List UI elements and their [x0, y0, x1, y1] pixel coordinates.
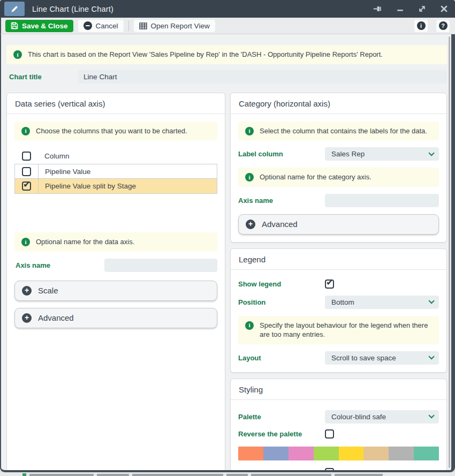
background-fragment	[335, 474, 383, 476]
scale-expander[interactable]: + Scale	[14, 281, 217, 301]
info-circle-icon: i	[245, 127, 254, 135]
background-fragment	[251, 474, 331, 476]
info-icon: i	[417, 21, 426, 30]
help-button[interactable]: ?	[436, 20, 450, 32]
palette-swatch	[238, 447, 263, 460]
table-row[interactable]: Pipeline Value split by Stage	[14, 179, 217, 194]
plus-icon: +	[246, 220, 255, 229]
vertical-lines-checkbox[interactable]	[325, 468, 334, 472]
legend-info-text: Specify the layout behaviour for the leg…	[260, 321, 432, 339]
info-circle-icon: i	[13, 50, 22, 59]
chart-editor-dialog: Line Chart (Line Chart)	[0, 0, 455, 476]
info-button[interactable]: i	[414, 20, 428, 32]
select-all-checkbox[interactable]	[22, 152, 31, 161]
legend-layout-select[interactable]: Scroll to save space	[325, 351, 439, 365]
styling-title: Styling	[231, 379, 446, 400]
plus-icon: +	[22, 286, 32, 296]
reverse-palette-checkbox[interactable]	[325, 429, 334, 439]
background-fragment	[29, 474, 94, 476]
save-close-button[interactable]: Save & Close	[5, 20, 73, 32]
axis-name-label: Axis name	[238, 197, 325, 205]
toolbar-separator	[128, 21, 129, 31]
table-grid-icon	[139, 22, 147, 29]
legend-position-select[interactable]: Bottom	[325, 296, 439, 309]
legend-title: Legend	[231, 249, 446, 270]
category-advanced-expander[interactable]: + Advanced	[238, 214, 439, 235]
category-info: i Select the column that contains the la…	[238, 122, 439, 141]
body-scrollbar[interactable]	[449, 36, 451, 468]
chevron-down-icon	[428, 353, 434, 359]
axis-name-label: Axis name	[14, 261, 104, 269]
chevron-down-icon	[428, 298, 434, 304]
edit-pencil-icon	[4, 2, 25, 16]
background-fragment	[132, 474, 223, 476]
legend-card: Legend Show legend Position Bottom	[230, 248, 447, 373]
reverse-palette-label: Reverse the palette	[238, 430, 325, 438]
save-close-label: Save & Close	[22, 22, 68, 30]
legend-layout-value: Scroll to save space	[331, 354, 396, 362]
cancel-label: Cancel	[96, 22, 118, 30]
open-report-view-label: Open Report View	[151, 22, 210, 30]
dialog-title: Line Chart (Line Chart)	[32, 5, 113, 13]
info-circle-icon: i	[245, 321, 254, 330]
column-header-label: Column	[38, 152, 70, 160]
axis-name-info: i Optional name for the data axis.	[14, 232, 217, 252]
background-fragment	[97, 474, 129, 476]
maximize-icon[interactable]	[418, 5, 426, 13]
palette-swatch	[289, 447, 314, 460]
palette-swatch	[363, 447, 389, 460]
table-row[interactable]: Pipeline Value	[14, 164, 217, 179]
row-checkbox[interactable]	[22, 182, 31, 191]
category-axis-name-input[interactable]	[325, 194, 439, 207]
styling-card: Styling Palette Colour-blind safe Revers…	[230, 379, 447, 472]
cancel-button[interactable]: Cancel	[78, 20, 124, 32]
scale-expander-label: Scale	[38, 286, 58, 295]
report-view-banner: i This chart is based on the Report View…	[6, 45, 447, 64]
show-legend-label: Show legend	[238, 280, 325, 288]
chart-title-label: Chart title	[6, 73, 78, 81]
palette-swatch	[414, 447, 439, 460]
pin-icon[interactable]	[373, 5, 382, 13]
obscured-background-content	[0, 472, 455, 476]
row-checkbox[interactable]	[22, 167, 31, 176]
minimize-icon[interactable]	[397, 5, 404, 13]
background-fragment	[22, 473, 26, 476]
open-report-view-button[interactable]: Open Report View	[134, 20, 215, 32]
chart-title-input[interactable]	[78, 70, 447, 84]
category-card: Category (horizontal axis) i Select the …	[230, 93, 447, 243]
label-column-value: Sales Rep	[331, 150, 365, 158]
dialog-body: i This chart is based on the Report View…	[0, 34, 455, 472]
data-axis-name-input[interactable]	[104, 259, 217, 272]
label-column-select[interactable]: Sales Rep	[325, 147, 439, 161]
row-label: Pipeline Value split by Stage	[39, 179, 217, 193]
data-series-info: i Choose the columns that you want to be…	[14, 122, 217, 141]
category-info-text: Select the column that contains the labe…	[260, 126, 427, 136]
advanced-expander-label: Advanced	[262, 220, 298, 229]
palette-select[interactable]: Colour-blind safe	[325, 410, 439, 424]
axis-name-info-text: Optional name for the data axis.	[36, 237, 134, 247]
palette-swatch	[314, 447, 339, 460]
palette-swatch	[263, 447, 289, 460]
close-icon[interactable]	[441, 5, 448, 12]
layout-label: Layout	[238, 354, 325, 362]
data-series-advanced-expander[interactable]: + Advanced	[14, 308, 217, 328]
show-legend-checkbox[interactable]	[325, 279, 334, 289]
row-label: Pipeline Value	[39, 164, 217, 178]
info-circle-icon: i	[245, 173, 254, 182]
palette-label: Palette	[238, 413, 325, 421]
vertical-label: Vertical	[238, 468, 325, 472]
data-series-title: Data series (vertical axis)	[7, 93, 225, 114]
palette-swatch	[389, 447, 414, 460]
columns-table: Column Pipeline Value Pipeline Value spl…	[14, 148, 217, 194]
plus-icon: +	[22, 313, 32, 323]
info-circle-icon: i	[21, 127, 30, 135]
chevron-down-icon	[428, 412, 434, 418]
help-icon: ?	[439, 21, 448, 30]
legend-info: i Specify the layout behaviour for the l…	[238, 316, 439, 344]
cancel-minus-icon	[84, 21, 92, 30]
banner-text: This chart is based on the Report View '…	[28, 50, 383, 59]
data-series-info-text: Choose the columns that you want to be c…	[36, 126, 187, 136]
advanced-expander-label: Advanced	[38, 313, 74, 322]
background-fragment	[226, 474, 248, 476]
info-circle-icon: i	[21, 238, 30, 246]
